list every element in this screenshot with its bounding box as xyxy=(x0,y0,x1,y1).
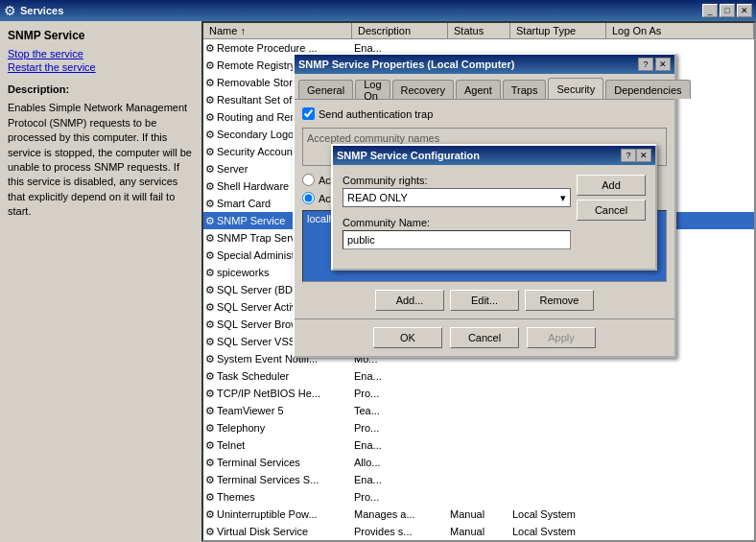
close-button[interactable]: ✕ xyxy=(737,4,752,17)
title-bar-buttons: _ □ ✕ xyxy=(702,4,752,17)
accept-any-host-radio[interactable] xyxy=(302,174,315,186)
svc-icon: ⚙ xyxy=(205,508,215,521)
service-description: Description: Enables Simple Network Mana… xyxy=(8,82,194,220)
send-auth-trap-row: Send authentication trap xyxy=(302,107,667,120)
svc-icon: ⚙ xyxy=(205,249,215,262)
left-panel: SNMP Service Stop the service Restart th… xyxy=(0,21,201,542)
properties-cancel-button[interactable]: Cancel xyxy=(450,327,519,348)
community-rights-dropdown[interactable]: READ ONLY ▾ xyxy=(343,188,571,207)
config-form: Community rights: READ ONLY ▾ Community … xyxy=(343,175,646,259)
tab-recovery[interactable]: Recovery xyxy=(392,80,454,99)
list-item[interactable]: ⚙ThemesPro... xyxy=(203,488,754,506)
list-item[interactable]: ⚙TCP/IP NetBIOS He...Pro... xyxy=(203,385,754,402)
svc-icon: ⚙ xyxy=(205,318,215,331)
svc-icon: ⚙ xyxy=(205,353,215,365)
svc-icon: ⚙ xyxy=(205,59,215,72)
community-rights-dropdown-row: READ ONLY ▾ xyxy=(343,188,571,207)
list-item[interactable]: ⚙Uninterruptible Pow...Manages a...Manua… xyxy=(203,506,754,523)
svc-icon: ⚙ xyxy=(205,439,215,452)
properties-apply-button[interactable]: Apply xyxy=(527,327,596,348)
list-item[interactable]: ⚙Virtual Disk ServiceProvides s...Manual… xyxy=(203,523,754,535)
config-cancel-button[interactable]: Cancel xyxy=(577,200,646,221)
config-dialog-help-button[interactable]: ? xyxy=(621,149,636,162)
svc-icon: ⚙ xyxy=(205,457,215,469)
properties-dialog-title: SNMP Service Properties (Local Computer) xyxy=(298,59,634,70)
community-name-input[interactable] xyxy=(343,230,571,249)
list-item[interactable]: ⚙TeamViewer 5Tea... xyxy=(203,402,754,419)
edit-host-button[interactable]: Edit... xyxy=(450,290,519,311)
tabs-bar: General Log On Recovery Agent Traps Secu… xyxy=(295,74,674,99)
svc-icon: ⚙ xyxy=(205,336,215,348)
svc-icon: ⚙ xyxy=(205,370,215,383)
hosts-buttons: Add... Edit... Remove xyxy=(302,290,667,311)
svc-icon: ⚙ xyxy=(205,198,215,210)
community-names-label: Accepted community names xyxy=(307,132,662,144)
tab-dependencies[interactable]: Dependencies xyxy=(605,80,690,99)
app-icon: ⚙ xyxy=(4,3,16,18)
svc-icon: ⚙ xyxy=(205,301,215,314)
send-auth-trap-label: Send authentication trap xyxy=(319,108,433,120)
properties-bottom-buttons: OK Cancel Apply xyxy=(295,318,674,356)
config-dialog-content: Community rights: READ ONLY ▾ Community … xyxy=(333,165,655,269)
col-desc[interactable]: Description xyxy=(352,23,448,38)
config-dialog: SNMP Service Configuration ? ✕ Community… xyxy=(331,144,657,271)
tab-security[interactable]: Security xyxy=(548,78,603,99)
svc-icon: ⚙ xyxy=(205,42,215,55)
svc-icon: ⚙ xyxy=(205,129,215,141)
svc-icon: ⚙ xyxy=(205,388,215,400)
config-dialog-close-button[interactable]: ✕ xyxy=(636,149,651,162)
app-title: Services xyxy=(20,5,698,16)
col-status[interactable]: Status xyxy=(448,23,510,38)
svc-icon: ⚙ xyxy=(205,180,215,193)
desc-label: Description: xyxy=(8,82,194,97)
minimize-button[interactable]: _ xyxy=(702,4,718,17)
config-dialog-titlebar: SNMP Service Configuration ? ✕ xyxy=(333,146,655,165)
tab-traps[interactable]: Traps xyxy=(503,80,547,99)
config-dialog-title: SNMP Service Configuration xyxy=(337,150,621,161)
list-item[interactable]: ⚙TelnetEna... xyxy=(203,436,754,454)
service-title: SNMP Service xyxy=(8,29,194,42)
list-item[interactable]: ⚙Task SchedulerEna... xyxy=(203,367,754,385)
config-add-button[interactable]: Add xyxy=(577,175,646,196)
community-name-label: Community Name: xyxy=(343,217,571,228)
svc-icon: ⚙ xyxy=(205,474,215,486)
services-header: Name ↑ Description Status Startup Type L… xyxy=(203,23,754,39)
properties-ok-button[interactable]: OK xyxy=(373,327,442,348)
tab-logon[interactable]: Log On xyxy=(355,80,390,99)
stop-service-link[interactable]: Stop the service xyxy=(8,48,194,59)
properties-dialog-titlebar: SNMP Service Properties (Local Computer)… xyxy=(295,55,674,74)
list-item[interactable]: ⚙TelephonyPro... xyxy=(203,419,754,436)
svc-icon: ⚙ xyxy=(205,284,215,296)
desc-text: Enables Simple Network Management Protoc… xyxy=(8,101,194,219)
remove-host-button[interactable]: Remove xyxy=(525,290,594,311)
tab-general[interactable]: General xyxy=(298,80,353,99)
svc-icon: ⚙ xyxy=(205,111,215,124)
restart-service-link[interactable]: Restart the service xyxy=(8,61,194,73)
list-item[interactable]: ⚙Terminal ServicesAllo... xyxy=(203,454,754,471)
svc-icon: ⚙ xyxy=(205,491,215,504)
svc-icon: ⚙ xyxy=(205,163,215,176)
tab-agent[interactable]: Agent xyxy=(456,80,501,99)
maximize-button[interactable]: □ xyxy=(720,4,735,17)
svc-icon: ⚙ xyxy=(205,526,215,536)
col-logon[interactable]: Log On As xyxy=(606,23,754,38)
svc-icon: ⚙ xyxy=(205,405,215,417)
col-name[interactable]: Name ↑ xyxy=(203,23,352,38)
accept-these-hosts-radio[interactable] xyxy=(302,192,315,204)
col-startup[interactable]: Startup Type xyxy=(510,23,606,38)
svc-icon: ⚙ xyxy=(205,215,215,227)
add-host-button[interactable]: Add... xyxy=(375,290,444,311)
dialog-close-button[interactable]: ✕ xyxy=(655,58,671,71)
config-buttons: Add Cancel xyxy=(577,175,646,221)
svc-icon: ⚙ xyxy=(205,232,215,245)
svc-icon: ⚙ xyxy=(205,94,215,106)
community-rights-label: Community rights: xyxy=(343,175,571,186)
dialog-help-button[interactable]: ? xyxy=(638,58,653,71)
title-bar: ⚙ Services _ □ ✕ xyxy=(0,0,756,21)
svc-icon: ⚙ xyxy=(205,267,215,279)
list-item[interactable]: ⚙Terminal Services S...Ena... xyxy=(203,471,754,488)
send-auth-trap-checkbox[interactable] xyxy=(302,107,315,120)
svc-icon: ⚙ xyxy=(205,146,215,158)
svc-icon: ⚙ xyxy=(205,422,215,435)
dialog-title-buttons: ? ✕ xyxy=(638,58,671,71)
